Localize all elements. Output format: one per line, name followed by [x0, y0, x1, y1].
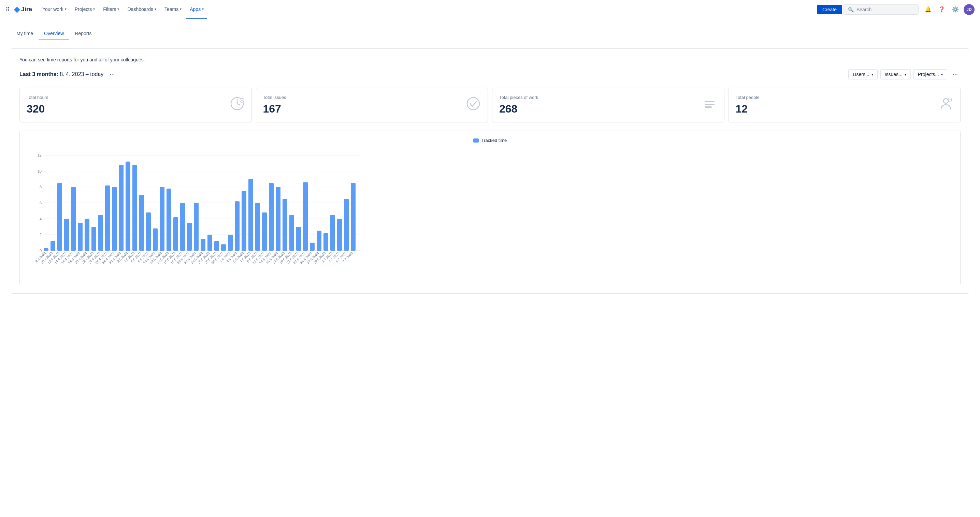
settings-button[interactable]: ⚙️ [950, 4, 961, 15]
jira-logo-icon: ◆ [14, 5, 20, 14]
svg-rect-95 [276, 187, 280, 251]
stat-label-work: Total pieces of work [499, 95, 538, 100]
tab-reports[interactable]: Reports [69, 27, 97, 40]
date-row: Last 3 months: 8. 4. 2023 – today ··· Us… [19, 69, 961, 79]
chevron-down-icon: ▾ [180, 7, 181, 11]
svg-rect-7 [705, 101, 714, 102]
chart-container: Tracked time 0246810128.4.202310.4.20231… [19, 131, 961, 285]
logo-text: Jira [21, 6, 32, 13]
svg-rect-43 [98, 215, 103, 251]
page-content: My time Overview Reports You can see tim… [0, 19, 980, 302]
issues-filter[interactable]: Issues... ▾ [880, 69, 911, 79]
chevron-down-icon: ▾ [202, 7, 204, 11]
svg-text:6: 6 [40, 201, 41, 205]
svg-rect-61 [160, 187, 164, 251]
nav-projects[interactable]: Projects ▾ [71, 0, 99, 19]
svg-point-12 [950, 98, 951, 100]
svg-rect-79 [221, 244, 226, 251]
svg-rect-29 [51, 241, 55, 251]
help-button[interactable]: ❓ [936, 4, 947, 15]
filter-more-button[interactable]: ··· [950, 70, 961, 79]
svg-rect-103 [303, 182, 308, 251]
svg-point-6 [467, 98, 479, 110]
projects-filter[interactable]: Projects... ▾ [913, 69, 947, 79]
chevron-down-icon: ▾ [872, 73, 873, 76]
svg-rect-107 [317, 231, 321, 251]
svg-rect-35 [71, 187, 76, 251]
svg-rect-59 [153, 228, 158, 251]
logo[interactable]: ◆ Jira [14, 5, 32, 14]
stat-card-hours: Total hours 320 [19, 88, 252, 122]
date-filters: Users... ▾ Issues... ▾ Projects... ▾ ··· [848, 69, 961, 79]
chevron-down-icon: ▾ [93, 7, 95, 11]
stat-value-work: 268 [499, 103, 538, 115]
nav-apps[interactable]: Apps ▾ [186, 0, 207, 19]
svg-rect-55 [139, 195, 144, 251]
stat-label-issues: Total issues [263, 95, 286, 100]
svg-rect-83 [235, 201, 240, 251]
grid-icon[interactable]: ⠿ [5, 6, 10, 13]
create-button[interactable]: Create [817, 5, 842, 14]
svg-rect-91 [262, 213, 267, 251]
svg-rect-101 [296, 227, 301, 251]
svg-rect-67 [180, 203, 185, 251]
avatar[interactable]: JD [964, 4, 975, 15]
svg-rect-105 [310, 243, 315, 251]
svg-rect-77 [214, 241, 219, 251]
svg-rect-71 [194, 203, 199, 251]
date-label: Last 3 months: 8. 4. 2023 – today [19, 71, 103, 78]
stat-card-people: Total people 12 [729, 88, 961, 122]
overview-panel: You can see time reports for you and all… [11, 48, 969, 293]
nav-teams[interactable]: Teams ▾ [161, 0, 185, 19]
svg-rect-85 [242, 191, 247, 251]
search-bar[interactable]: 🔍 Search [843, 5, 919, 15]
tab-overview[interactable]: Overview [38, 27, 69, 40]
svg-rect-53 [132, 165, 137, 251]
svg-text:0: 0 [40, 249, 41, 253]
list-icon [702, 96, 717, 114]
navbar: ⠿ ◆ Jira Your work ▾ Projects ▾ Filters … [0, 0, 980, 19]
svg-rect-41 [91, 227, 96, 251]
chevron-down-icon: ▾ [905, 73, 906, 76]
search-icon: 🔍 [848, 7, 854, 12]
stat-label-people: Total people [736, 95, 760, 100]
chart-svg-wrapper: 0246810128.4.202310.4.202312.4.202314.4.… [27, 148, 953, 278]
svg-rect-45 [105, 186, 110, 251]
svg-rect-87 [248, 179, 253, 251]
chart-legend: Tracked time [27, 138, 953, 143]
svg-rect-27 [44, 248, 48, 251]
stat-value-hours: 320 [27, 103, 48, 115]
date-range: 8. 4. 2023 – today [60, 71, 103, 77]
nav-filters[interactable]: Filters ▾ [100, 0, 123, 19]
svg-rect-69 [187, 223, 192, 251]
svg-rect-113 [337, 219, 342, 251]
tab-my-time[interactable]: My time [11, 27, 38, 40]
stat-label-hours: Total hours [27, 95, 48, 100]
svg-rect-111 [330, 215, 335, 251]
legend-color-tracked [473, 138, 479, 143]
svg-rect-31 [57, 183, 62, 251]
svg-rect-47 [112, 187, 117, 251]
svg-text:12: 12 [38, 153, 41, 157]
users-filter[interactable]: Users... ▾ [848, 69, 877, 79]
nav-your-work[interactable]: Your work ▾ [39, 0, 70, 19]
check-icon [466, 96, 481, 114]
svg-rect-33 [64, 219, 69, 251]
clock-icon [230, 96, 245, 114]
svg-rect-81 [228, 235, 233, 251]
svg-point-10 [943, 98, 948, 103]
svg-rect-49 [119, 165, 124, 251]
svg-text:4: 4 [40, 217, 41, 221]
legend-label-tracked: Tracked time [482, 138, 507, 143]
date-more-button[interactable]: ··· [108, 70, 117, 79]
stat-value-issues: 167 [263, 103, 286, 115]
svg-rect-115 [344, 199, 349, 251]
svg-rect-93 [269, 183, 274, 251]
svg-rect-75 [207, 235, 212, 251]
svg-rect-37 [78, 223, 83, 251]
chevron-down-icon: ▾ [65, 7, 67, 11]
nav-dashboards[interactable]: Dashboards ▾ [124, 0, 160, 19]
svg-rect-63 [167, 189, 171, 251]
notifications-button[interactable]: 🔔 [923, 4, 934, 15]
person-icon [939, 96, 953, 114]
